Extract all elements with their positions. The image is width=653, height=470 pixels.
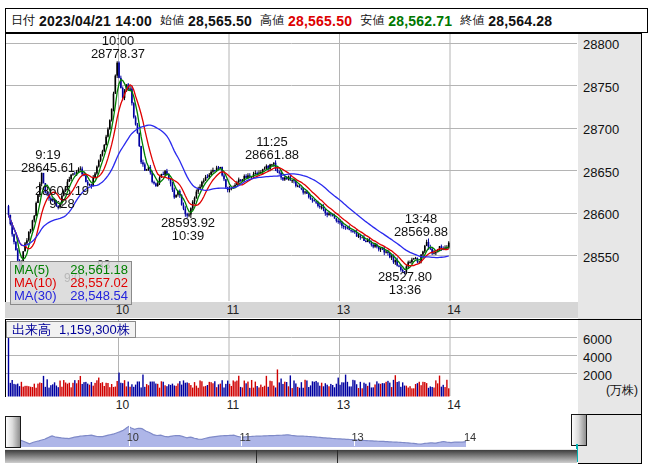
time-tick-label: 14 — [447, 303, 460, 317]
navigator-left-handle[interactable] — [5, 416, 21, 448]
price-annotation: 28527.80 13:36 — [378, 271, 432, 296]
time-tick-label: 11 — [227, 303, 239, 317]
time-axis-lower: 10111314 — [5, 397, 579, 413]
date-label: 日付 — [11, 12, 35, 29]
price-tick-label: 28600 — [583, 207, 619, 222]
time-tick-label: 13 — [337, 303, 350, 317]
navigator-right-handle[interactable] — [571, 414, 587, 446]
price-annotation: 28605.19 9:28 — [35, 185, 89, 210]
time-tick-label: 13 — [337, 398, 350, 412]
quote-header: 日付 2023/04/21 14:00 始値 28,565.50 高値 28,5… — [5, 8, 648, 33]
high-value: 28,565.50 — [288, 13, 352, 29]
volume-tick-label: 4000 — [583, 350, 612, 365]
scrollbar-separator — [337, 450, 338, 463]
time-tick-label: 14 — [447, 398, 460, 412]
close-value: 28,564.28 — [488, 13, 552, 29]
volume-unit-label: (万株) — [606, 382, 638, 399]
volume-readout-label: 出来高 — [12, 322, 51, 337]
high-label: 高値 — [260, 12, 284, 29]
open-value: 28,565.50 — [188, 13, 252, 29]
price-annotation: 11:25 28661.88 — [245, 136, 299, 161]
price-tick-label: 28800 — [583, 37, 619, 52]
price-tick-label: 28750 — [583, 80, 619, 95]
scrollbar-separator — [256, 450, 257, 463]
volume-tick-label: 6000 — [583, 332, 612, 347]
ma-legend: MA(5) 28,561.18 MA(10) 28,557.02 MA(30) … — [10, 261, 132, 305]
horizontal-scrollbar[interactable] — [5, 449, 577, 463]
time-tick-label: 10 — [116, 398, 129, 412]
volume-readout-value: 1,159,300株 — [59, 322, 130, 337]
low-value: 28,562.71 — [388, 13, 452, 29]
ma30-label: MA(30) — [14, 290, 57, 302]
volume-readout: 出来高1,159,300株 — [6, 321, 136, 338]
price-annotation: 10:00 28778.37 — [91, 35, 145, 60]
price-annotation: 9:19 28645.61 — [21, 149, 75, 174]
navigator-time-label: 11 — [240, 431, 251, 443]
panel-divider — [578, 319, 641, 320]
stock-chart-app: { "header": { "date_label": "日付", "date_… — [0, 0, 653, 470]
date-value: 2023/04/21 14:00 — [39, 13, 152, 29]
low-label: 安値 — [360, 12, 384, 29]
volume-tick-label: 2000 — [583, 368, 612, 383]
price-annotation: 28593.92 10:39 — [161, 217, 215, 242]
navigator-time-label: 10 — [127, 431, 139, 443]
price-tick-label: 28550 — [583, 250, 619, 265]
price-tick-label: 28650 — [583, 165, 619, 180]
ma30-legend-row: MA(30) 28,548.54 — [14, 289, 128, 302]
navigator-time-label: 13 — [352, 431, 364, 443]
price-annotation: 13:48 28569.88 — [394, 213, 448, 238]
y-axis-panel: 2880028750287002865028600285506000400020… — [578, 33, 642, 464]
navigator-time-label: 14 — [464, 431, 476, 443]
price-tick-label: 28700 — [583, 122, 619, 137]
close-label: 終値 — [460, 12, 484, 29]
open-label: 始値 — [160, 12, 184, 29]
ma30-value: 28,548.54 — [70, 290, 128, 302]
panel-divider — [578, 414, 641, 415]
time-tick-label: 10 — [116, 303, 129, 317]
time-tick-label: 11 — [227, 398, 239, 412]
